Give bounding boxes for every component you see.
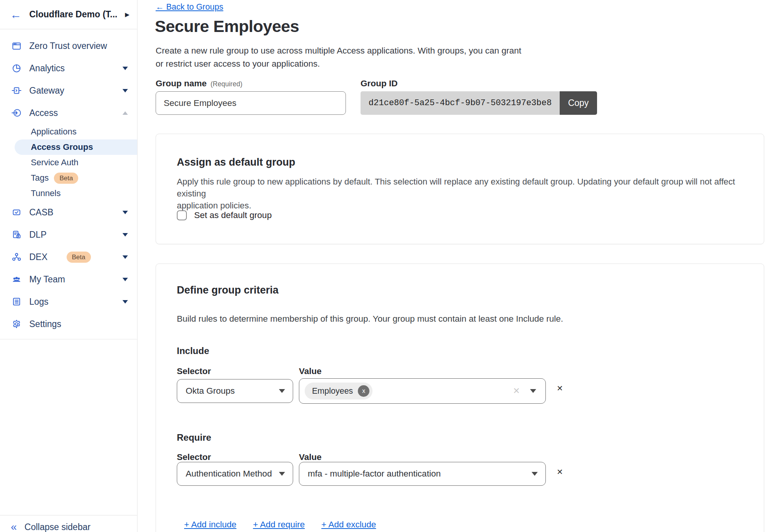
- chevron-down-icon: [122, 255, 128, 259]
- value-chip: Employees x: [305, 383, 372, 399]
- sidebar-nav: Zero Trust overview Analytics Gateway: [0, 29, 137, 339]
- sidebar-item-access[interactable]: Access: [0, 102, 137, 124]
- account-switcher[interactable]: ← Cloudflare Demo (T... ▶: [0, 0, 137, 29]
- group-id-value: d21ce80f-5a25-4bcf-9b07-5032197e3be8: [361, 91, 560, 115]
- multiselect-controls: ✕: [513, 386, 538, 396]
- gear-icon: [12, 319, 22, 329]
- clear-icon[interactable]: ✕: [513, 386, 520, 396]
- account-name: Cloudflare Demo (T...: [29, 9, 125, 20]
- group-name-label: Group name(Required): [156, 79, 242, 89]
- sidebar-item-label: DLP: [29, 230, 122, 240]
- rule-actions: + Add include + Add require + Add exclud…: [184, 520, 376, 530]
- team-icon: [12, 274, 22, 284]
- sidebar-item-logs[interactable]: Logs: [0, 290, 137, 313]
- add-require-link[interactable]: + Add require: [253, 520, 305, 530]
- criteria-description: Build rules to determine membership of t…: [177, 314, 563, 324]
- sidebar-item-label: Zero Trust overview: [29, 41, 128, 51]
- card-description: Apply this rule group to new application…: [177, 176, 764, 211]
- sidebar-item-tunnels[interactable]: Tunnels: [0, 186, 137, 201]
- sidebar-item-label: My Team: [29, 274, 122, 285]
- require-selector-dropdown[interactable]: Authentication Method: [177, 462, 293, 486]
- sidebar-subitem-label: Tunnels: [31, 188, 60, 198]
- group-name-input[interactable]: [156, 91, 346, 115]
- sidebar-item-service-auth[interactable]: Service Auth: [0, 155, 137, 170]
- sidebar-item-gateway[interactable]: Gateway: [0, 79, 137, 102]
- page-description-line: Create a new rule group to use across mu…: [156, 44, 521, 57]
- value-label: Value: [299, 452, 322, 462]
- sidebar-item-dex[interactable]: DEX Beta: [0, 246, 137, 268]
- assign-default-group-card: Assign as default group Apply this rule …: [156, 134, 764, 244]
- define-group-criteria-card: Define group criteria Build rules to det…: [156, 263, 764, 532]
- value-label: Value: [299, 366, 322, 376]
- pie-chart-icon: [12, 63, 22, 73]
- back-to-groups-link[interactable]: ← Back to Groups: [156, 2, 223, 12]
- back-arrow-icon[interactable]: ←: [10, 9, 22, 20]
- sidebar-item-casb[interactable]: CASB: [0, 201, 137, 223]
- sidebar-subitem-label: Service Auth: [31, 158, 79, 168]
- include-selector-dropdown[interactable]: Okta Groups: [177, 379, 293, 403]
- main-content: ← Back to Groups Secure Employees Create…: [138, 0, 770, 532]
- chip-remove-icon[interactable]: x: [358, 385, 369, 397]
- casb-icon: [12, 207, 22, 217]
- card-title: Define group criteria: [177, 284, 278, 296]
- collapse-sidebar-icon: «: [11, 522, 17, 532]
- gateway-icon: [12, 86, 22, 96]
- sidebar-subitem-label: Applications: [31, 127, 77, 137]
- remove-require-rule-icon[interactable]: ✕: [557, 467, 563, 477]
- selector-label: Selector: [177, 452, 211, 462]
- sidebar-item-analytics[interactable]: Analytics: [0, 57, 137, 79]
- sidebar-item-tags[interactable]: Tags Beta: [0, 170, 137, 186]
- expand-caret-icon[interactable]: ▶: [125, 11, 129, 18]
- sidebar-item-label: Settings: [29, 319, 128, 329]
- sidebar-item-dlp[interactable]: DLP: [0, 223, 137, 246]
- collapse-sidebar-label: Collapse sidebar: [25, 522, 91, 532]
- sidebar-item-label: DEX: [29, 252, 61, 262]
- add-exclude-link[interactable]: + Add exclude: [321, 520, 376, 530]
- card-description-line: application policies.: [177, 200, 764, 211]
- sidebar-item-label: CASB: [29, 207, 122, 218]
- chevron-down-icon: [279, 389, 285, 393]
- collapse-sidebar-button[interactable]: « Collapse sidebar: [0, 515, 137, 532]
- add-include-link[interactable]: + Add include: [184, 520, 237, 530]
- group-id-row: d21ce80f-5a25-4bcf-9b07-5032197e3be8 Cop…: [361, 91, 597, 115]
- group-id-label: Group ID: [361, 79, 398, 89]
- chevron-down-icon: [279, 472, 285, 476]
- require-value-dropdown[interactable]: mfa - multiple-factor authentication: [299, 462, 546, 486]
- set-default-group-checkbox[interactable]: [177, 210, 187, 220]
- sidebar-subitem-label: Tags: [31, 173, 49, 183]
- sidebar-item-my-team[interactable]: My Team: [0, 268, 137, 290]
- chevron-down-icon: [532, 472, 538, 476]
- remove-include-rule-icon[interactable]: ✕: [557, 384, 563, 393]
- access-icon: [12, 108, 22, 118]
- include-value-multiselect[interactable]: Employees x ✕: [299, 378, 546, 404]
- beta-badge: Beta: [54, 173, 78, 184]
- beta-badge: Beta: [67, 252, 91, 263]
- sidebar-item-zero-trust-overview[interactable]: Zero Trust overview: [0, 35, 137, 57]
- chevron-down-icon: [122, 233, 128, 237]
- sidebar: ← Cloudflare Demo (T... ▶ Zero Trust ove…: [0, 0, 138, 532]
- chevron-down-icon: [530, 389, 536, 393]
- chevron-down-icon: [122, 67, 128, 70]
- sidebar-item-label: Logs: [29, 297, 122, 307]
- chevron-down-icon: [122, 211, 128, 214]
- sidebar-item-settings[interactable]: Settings: [0, 313, 137, 335]
- copy-button[interactable]: Copy: [560, 91, 597, 115]
- window-icon: [12, 41, 22, 51]
- require-selector-value: Authentication Method: [186, 469, 272, 479]
- card-title: Assign as default group: [177, 156, 295, 168]
- chevron-down-icon: [122, 300, 128, 304]
- value-chip-label: Employees: [312, 386, 353, 396]
- sidebar-item-access-groups[interactable]: Access Groups: [15, 139, 137, 155]
- require-heading: Require: [177, 432, 211, 443]
- sidebar-item-applications[interactable]: Applications: [0, 124, 137, 139]
- page-description: Create a new rule group to use across mu…: [156, 44, 521, 70]
- sidebar-item-label: Analytics: [29, 63, 122, 74]
- sidebar-item-label: Access: [29, 108, 122, 118]
- set-default-group-row[interactable]: Set as default group: [177, 210, 272, 220]
- sidebar-item-label: Gateway: [29, 86, 122, 96]
- page-title: Secure Employees: [155, 17, 299, 36]
- required-hint: (Required): [211, 80, 243, 88]
- document-lock-icon: [12, 230, 22, 240]
- sidebar-divider: [0, 339, 137, 339]
- zero-trust-dashboard: ← Cloudflare Demo (T... ▶ Zero Trust ove…: [0, 0, 770, 532]
